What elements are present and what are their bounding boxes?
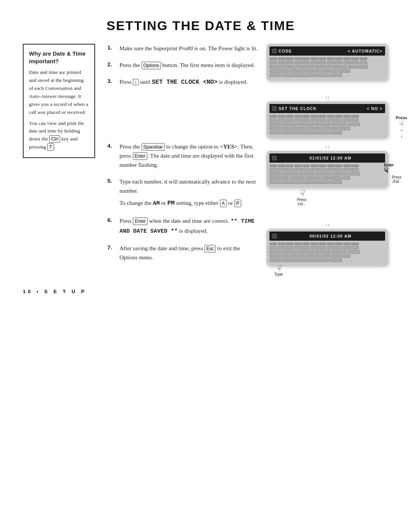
- footer-text: 10 • S E T U P: [23, 289, 87, 294]
- sidebar-box: Why are Date & Time important? Date and …: [23, 44, 95, 158]
- hand-icon-2: ☟: [396, 120, 407, 128]
- screen-2: SET THE CLOCK < NO >: [269, 104, 385, 113]
- step-4: 4. Press the Spacebar to change the opti…: [107, 142, 259, 169]
- diagram-2: ↓↓ SET THE CLOCK < NO >: [266, 94, 388, 138]
- diagrams-upper: CODE < AUTOMATIC>: [266, 44, 388, 138]
- step-7: 7. After saving the date and time, press…: [107, 244, 259, 262]
- spacebar-key: Spacebar: [142, 143, 165, 151]
- step-2: 2. Press the Options button. The first m…: [107, 61, 259, 70]
- step-1-body: Make sure the Superprint Pro80 is on. Th…: [119, 44, 258, 53]
- step-5-num: 5.: [107, 177, 116, 184]
- step-1-num: 1.: [107, 44, 116, 51]
- diagram-1: CODE < AUTOMATIC>: [266, 44, 388, 81]
- step-6-num: 6.: [107, 216, 116, 223]
- a-key: A: [220, 200, 227, 207]
- screen-clock-label: SET THE CLOCK: [279, 106, 317, 111]
- steps-text-lower: 4. Press the Spacebar to change the opti…: [107, 142, 266, 270]
- step-6: 6. Press Enter when the date and time ar…: [107, 216, 259, 236]
- step-5-para-2: To change the AM or PM setting, type eit…: [119, 198, 259, 209]
- step-3-body: Press ↕ until SET THE CLOCK <NO> is disp…: [119, 77, 248, 88]
- screen-1: CODE < AUTOMATIC>: [269, 46, 385, 56]
- arrows-annotation-2: →↓: [396, 128, 407, 139]
- page-footer: 10 • S E T U P: [23, 285, 388, 294]
- screen-4: 09/01/02 12:00 AM: [269, 232, 385, 241]
- type-annotation-4: ☟ Type: [274, 264, 283, 276]
- hand-icon-4: ☟: [274, 264, 283, 272]
- enter-annotation-3: Enter ☟: [384, 163, 394, 174]
- page: SETTING THE DATE & TIME Why are Date & T…: [23, 18, 388, 294]
- step-1: 1. Make sure the Superprint Pro80 is on.…: [107, 44, 259, 53]
- sidebar-heading: Why are Date & Time important?: [29, 50, 89, 65]
- step-2-body: Press the Options button. The first menu…: [119, 61, 255, 70]
- press2nd-label: Press2nd..: [392, 175, 401, 184]
- screen-automatic-label: < AUTOMATIC>: [348, 49, 382, 53]
- keyboard-4: [269, 243, 385, 262]
- t-key: T: [47, 143, 54, 151]
- keyboard-2: [269, 115, 385, 134]
- step-3: 3. Press ↕ until SET THE CLOCK <NO> is d…: [107, 77, 259, 88]
- am-label: AM: [153, 200, 160, 207]
- pm-label: PM: [167, 200, 175, 207]
- screen-indicator-2: [272, 106, 277, 111]
- down-arrows-diag4: ↓↓: [325, 222, 330, 228]
- press2nd-annotation: Press2nd..: [392, 175, 401, 184]
- press1st-label: Press1st...: [297, 198, 307, 206]
- press1st-annotation: ☟ Press1st...: [297, 189, 307, 206]
- hand-icon-1st: ☟: [297, 189, 307, 198]
- enter-key-1: Enter: [133, 152, 148, 160]
- screen-date-2: 09/01/02 12:00 AM: [310, 234, 352, 238]
- screen-indicator-1: [272, 49, 277, 53]
- step-5-para-1: Type each number, it will automatically …: [119, 177, 259, 195]
- steps-4-7-row: 4. Press the Spacebar to change the opti…: [107, 142, 388, 270]
- enter-key-2: Enter: [133, 217, 148, 225]
- step-4-body: Press the Spacebar to change the option …: [119, 142, 259, 169]
- step-7-body: After saving the date and time, press Es…: [119, 244, 259, 262]
- yes-option: <YES>: [220, 144, 237, 150]
- step-2-num: 2.: [107, 61, 116, 67]
- sidebar-para-2: You can view and print the date and time…: [29, 120, 89, 152]
- down-arrows-diag3: ↓↓: [325, 144, 330, 150]
- step-4-num: 4.: [107, 142, 116, 149]
- screen-indicator-3: [272, 156, 277, 160]
- hand-icon-3: ☟: [384, 167, 394, 174]
- step-3-num: 3.: [107, 77, 116, 84]
- diagram-3: ↓↓ 01/01/02 12:00 AM: [266, 144, 388, 188]
- diagrams-lower: ↓↓ 01/01/02 12:00 AM: [266, 142, 388, 270]
- down-arrows-indicator: ↓↓: [325, 94, 330, 100]
- keyboard-3: [269, 165, 385, 184]
- esc-key: Esc: [204, 245, 216, 252]
- press-annotation-2: Press ☟ →↓: [396, 115, 407, 139]
- step-7-num: 7.: [107, 244, 116, 251]
- screen-code-label: CODE: [279, 49, 292, 53]
- step-5: 5. Type each number, it will automatical…: [107, 177, 259, 209]
- product-name: Pro80: [179, 45, 193, 51]
- p-key: P: [234, 200, 241, 207]
- keyboard-1: [269, 58, 385, 77]
- ctrl-key: Ctrl: [49, 135, 60, 143]
- steps-col: 1. Make sure the Superprint Pro80 is on.…: [107, 44, 388, 270]
- screen-no-label: < NO >: [367, 106, 382, 111]
- step-5-body: Type each number, it will automatically …: [119, 177, 259, 209]
- sidebar-para-1: Date and time are printed and saved at t…: [29, 69, 89, 117]
- options-key: Options: [142, 62, 161, 69]
- type-label-4: Type: [274, 272, 283, 276]
- steps-text-upper: 1. Make sure the Superprint Pro80 is on.…: [107, 44, 266, 138]
- screen-indicator-4: [272, 234, 277, 238]
- screen-3: 01/01/02 12:00 AM: [269, 153, 385, 163]
- step-6-body: Press Enter when the date and time are c…: [119, 216, 259, 236]
- content-row: Why are Date & Time important? Date and …: [23, 44, 388, 270]
- page-title: SETTING THE DATE & TIME: [107, 18, 388, 33]
- steps-1-3-row: 1. Make sure the Superprint Pro80 is on.…: [107, 44, 388, 138]
- diagram-4: ↓↓ 09/01/02 12:00 AM: [266, 222, 388, 266]
- screen-date-1: 01/01/02 12:00 AM: [310, 156, 352, 160]
